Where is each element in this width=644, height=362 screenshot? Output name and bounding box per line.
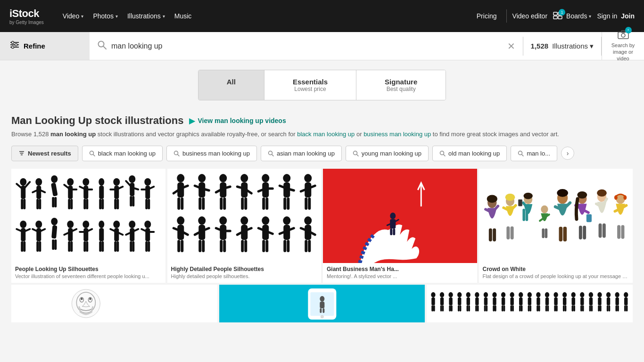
svg-point-130 [177,174,184,182]
silhouettes-detailed-image [167,169,322,263]
svg-rect-368 [616,297,619,305]
chip-asian[interactable]: asian man looking up [261,146,342,161]
svg-point-68 [129,175,135,183]
image-card[interactable]: Crowd on White Flat design of a crowd of… [479,169,633,283]
svg-rect-254 [583,225,586,239]
svg-rect-294 [451,305,453,311]
svg-rect-281 [322,308,324,313]
svg-rect-85 [23,241,25,252]
svg-rect-340 [554,297,558,305]
boards-button[interactable]: 1 Boards ▾ [553,12,591,21]
svg-point-154 [262,174,269,182]
logo[interactable]: iStock by Getty Images [9,8,44,25]
tab-signature[interactable]: Signature Best quality [356,70,446,100]
tab-essentials[interactable]: Essentials Lowest price [264,70,356,100]
chip-old[interactable]: old man looking up [432,146,507,161]
image-grid: People Looking Up Silhouettes Vector ill… [11,169,633,283]
nav-video[interactable]: Video ▾ [63,12,84,20]
image-card[interactable]: Giant Business Man's Ha... Mentoring!. A… [323,169,477,283]
search-input[interactable] [111,42,503,50]
svg-point-359 [598,292,602,297]
svg-rect-235 [518,199,522,206]
tab-essentials-label: Essentials [293,78,328,86]
svg-point-74 [144,178,151,186]
svg-rect-243 [545,228,547,238]
svg-rect-158 [262,197,265,210]
svg-rect-360 [598,297,602,305]
svg-rect-107 [86,241,88,252]
svg-rect-111 [101,241,104,252]
nav-illustrations[interactable]: Illustrations ▾ [127,12,165,20]
svg-rect-354 [582,305,584,311]
chip-young[interactable]: young man looking up [346,146,429,161]
chevron-down-icon: ▾ [81,14,83,19]
svg-rect-324 [519,297,522,305]
refine-label: Refine [24,42,45,50]
svg-point-278 [320,296,324,302]
svg-point-80 [20,221,26,228]
boards-label: Boards [566,12,587,20]
svg-rect-248 [563,226,567,241]
chip-newest-label: Newest results [28,150,71,157]
image-card[interactable] [427,285,633,322]
silhouettes-row-image [427,285,633,322]
svg-rect-304 [475,297,479,305]
chip-business[interactable]: business man looking up [166,146,257,161]
svg-rect-237 [525,208,528,221]
clear-search-button[interactable]: ✕ [507,41,515,52]
svg-rect-356 [589,297,593,305]
pricing-link[interactable]: Pricing [473,12,501,20]
search-icon [518,150,524,156]
svg-point-184 [219,216,227,225]
svg-rect-56 [83,199,86,209]
image-card[interactable] [219,285,425,322]
svg-point-256 [577,191,587,198]
image-desc: Flat design of a crowd of people looking… [479,273,633,283]
svg-line-21 [177,154,179,156]
svg-rect-325 [519,305,521,311]
camera-icon: + [618,30,629,41]
svg-rect-0 [553,12,557,15]
svg-rect-292 [449,297,453,305]
desc-end: to find more great stock images and vect… [431,131,559,138]
filter-type-dropdown[interactable]: Illustrations ▾ [552,42,594,50]
svg-rect-43 [51,182,58,196]
svg-rect-123 [132,241,134,252]
svg-point-190 [240,216,248,225]
video-editor-button[interactable]: Video editor [512,12,547,20]
svg-rect-50 [68,199,70,209]
svg-rect-344 [563,297,566,305]
svg-rect-334 [538,305,540,311]
desc-link2[interactable]: business man looking up [363,131,431,138]
refine-button[interactable]: Refine [0,32,90,60]
join-button[interactable]: Join [621,12,635,20]
chips-next-button[interactable]: › [561,147,574,160]
tab-essentials-sub: Lowest price [293,86,328,92]
tab-all[interactable]: All [198,70,264,100]
view-videos-link[interactable]: ▶ View man looking up videos [189,116,286,125]
svg-point-7 [12,41,14,44]
svg-rect-297 [458,305,460,311]
svg-line-19 [93,154,95,156]
svg-point-299 [466,292,471,297]
nav-photos[interactable]: Photos ▾ [93,12,118,20]
nav-music[interactable]: Music [174,12,192,20]
svg-rect-170 [305,197,307,210]
image-title: People Looking Up Silhouettes [11,263,165,273]
svg-rect-134 [177,197,180,210]
sign-in-button[interactable]: Sign in [597,12,617,20]
svg-point-239 [541,205,548,213]
image-card[interactable]: Highly Detailed People Silhouettes Highl… [167,169,322,283]
chip-business-label: business man looking up [182,150,250,157]
svg-rect-225 [493,228,496,241]
chevron-down-icon: ▾ [116,14,118,19]
chip-manlo[interactable]: man lo... [511,146,557,161]
svg-rect-330 [530,305,532,311]
svg-line-25 [356,154,358,156]
image-card[interactable] [11,285,217,322]
image-card[interactable]: People Looking Up Silhouettes Vector ill… [11,169,165,283]
desc-link1[interactable]: black man looking up [297,131,355,138]
search-by-image-button[interactable]: + Search by image or video [602,32,644,60]
chip-black[interactable]: black man looking up [82,146,163,161]
chip-newest[interactable]: Newest results [11,146,78,161]
